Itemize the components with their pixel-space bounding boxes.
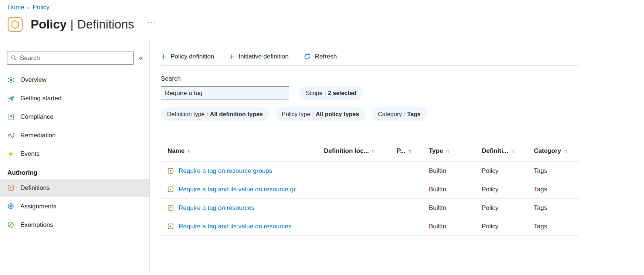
sidebar-item-label: Overview xyxy=(20,76,47,84)
sidebar-item-exemptions[interactable]: Exemptions xyxy=(0,216,149,234)
content-area: « Overview xyxy=(0,41,644,271)
initiative-definition-button[interactable]: + Initiative definition xyxy=(229,53,288,60)
table-row: Require a tag on resources BuiltIn Polic… xyxy=(161,199,579,217)
policy-page-icon xyxy=(7,16,23,33)
breadcrumb-separator-icon: › xyxy=(27,4,29,11)
events-icon xyxy=(7,150,15,158)
sort-icon: ↑↓ xyxy=(372,148,374,154)
cell-definition-type: Policy xyxy=(482,167,534,175)
sidebar-search-input[interactable] xyxy=(7,51,134,65)
cell-category: Tags xyxy=(534,186,579,193)
sidebar-item-getting-started[interactable]: Getting started xyxy=(0,89,149,108)
sidebar-item-label: Remediation xyxy=(20,132,55,139)
sidebar-section-authoring: Authoring xyxy=(0,163,149,179)
column-header-label: Name xyxy=(167,147,184,155)
plus-icon: + xyxy=(229,53,234,60)
cell-definition-type: Policy xyxy=(482,204,534,212)
scope-filter-pill[interactable]: Scope : 2 selected xyxy=(299,86,363,100)
cell-type: BuiltIn xyxy=(429,186,482,193)
column-header-policies[interactable]: P... ↑↓ xyxy=(397,147,429,155)
sidebar-item-label: Getting started xyxy=(20,95,62,102)
exemptions-icon xyxy=(7,221,15,229)
column-header-label: Category xyxy=(534,147,561,155)
policy-definition-link[interactable]: Require a tag on resource groups xyxy=(179,167,272,175)
column-header-category[interactable]: Category ↑↓ xyxy=(534,147,579,155)
page-header: Policy|Definitions ··· xyxy=(0,16,644,33)
cell-name: Require a tag on resource groups xyxy=(161,167,324,175)
policy-definition-link[interactable]: Require a tag and its value on resource … xyxy=(179,186,296,193)
policy-definition-link[interactable]: Require a tag on resources xyxy=(179,204,254,212)
policy-definition-icon xyxy=(167,223,174,229)
cell-type: BuiltIn xyxy=(429,167,482,175)
sidebar-item-definitions[interactable]: Definitions xyxy=(0,179,149,197)
toolbar-divider xyxy=(161,65,579,66)
policy-definition-icon xyxy=(167,186,174,192)
sort-icon: ↑↓ xyxy=(187,148,190,154)
toolbar-button-label: Refresh xyxy=(315,53,337,60)
cell-type: BuiltIn xyxy=(429,223,482,230)
category-filter-pill[interactable]: Category : Tags xyxy=(372,107,427,121)
command-bar: + Policy definition + Initiative definit… xyxy=(161,48,579,65)
table-row: Require a tag and its value on resources… xyxy=(161,217,579,236)
pill-name: Category xyxy=(378,111,402,118)
breadcrumb-policy-link[interactable]: Policy xyxy=(33,4,49,11)
breadcrumb: Home › Policy xyxy=(0,0,644,11)
refresh-icon xyxy=(304,53,311,60)
sidebar-item-label: Events xyxy=(20,150,40,158)
overview-icon xyxy=(7,76,15,84)
cell-definition-type: Policy xyxy=(482,223,534,230)
definition-type-filter-pill[interactable]: Definition type : All definition types xyxy=(161,107,269,121)
sidebar-item-assignments[interactable]: Assignments xyxy=(0,197,149,216)
breadcrumb-home-link[interactable]: Home xyxy=(7,4,24,11)
policy-type-filter-pill[interactable]: Policy type : All policy types xyxy=(275,107,365,121)
sidebar-item-events[interactable]: Events xyxy=(0,145,149,163)
pill-value: All definition types xyxy=(210,111,263,118)
more-options-button[interactable]: ··· xyxy=(148,19,156,26)
sidebar-search xyxy=(7,51,134,65)
sidebar-collapse-button[interactable]: « xyxy=(139,54,145,62)
policy-definition-link[interactable]: Require a tag and its value on resources xyxy=(179,223,291,230)
cell-category: Tags xyxy=(534,204,579,212)
search-label: Search xyxy=(161,75,579,83)
cell-category: Tags xyxy=(534,167,579,175)
pill-value: Tags xyxy=(407,111,421,118)
page-title-secondary: Definitions xyxy=(77,17,134,31)
policy-definition-icon xyxy=(167,168,174,174)
column-header-definition-type[interactable]: Definiti... ↑↓ xyxy=(482,147,534,155)
column-header-label: P... xyxy=(397,147,405,155)
sidebar-item-overview[interactable]: Overview xyxy=(0,71,149,89)
remediation-icon xyxy=(7,132,15,139)
definitions-table: Name ↑↓ Definition loc... ↑↓ P... ↑↓ Typ… xyxy=(161,140,579,236)
pill-separator: : xyxy=(206,111,208,118)
assignments-icon xyxy=(7,203,15,210)
cell-definition-type: Policy xyxy=(482,186,534,193)
policy-definition-button[interactable]: + Policy definition xyxy=(161,53,214,60)
cell-name: Require a tag and its value on resources xyxy=(161,223,324,230)
column-header-name[interactable]: Name ↑↓ xyxy=(161,147,324,155)
table-row: Require a tag and its value on resource … xyxy=(161,180,579,199)
toolbar-button-label: Initiative definition xyxy=(239,53,289,60)
table-header-row: Name ↑↓ Definition loc... ↑↓ P... ↑↓ Typ… xyxy=(161,140,579,162)
cell-category: Tags xyxy=(534,223,579,230)
pill-separator: : xyxy=(312,111,313,118)
pill-separator: : xyxy=(404,111,405,118)
pill-name: Policy type xyxy=(282,111,310,118)
sidebar-item-remediation[interactable]: Remediation xyxy=(0,126,149,145)
sidebar-item-compliance[interactable]: Compliance xyxy=(0,108,149,126)
column-header-definition-location[interactable]: Definition loc... ↑↓ xyxy=(324,147,397,155)
column-header-type[interactable]: Type ↑↓ xyxy=(429,147,482,155)
pill-value: 2 selected xyxy=(328,90,356,97)
column-header-label: Type xyxy=(429,147,443,155)
compliance-icon xyxy=(7,113,15,121)
definition-search-input[interactable] xyxy=(161,86,289,100)
definitions-icon xyxy=(7,184,15,192)
page-title: Policy|Definitions xyxy=(31,17,134,31)
toolbar-button-label: Policy definition xyxy=(170,53,214,60)
pill-separator: : xyxy=(324,90,326,97)
refresh-button[interactable]: Refresh xyxy=(304,53,337,60)
cell-name: Require a tag and its value on resource … xyxy=(161,186,324,193)
pill-value: All policy types xyxy=(316,111,359,118)
table-row: Require a tag on resource groups BuiltIn… xyxy=(161,162,579,180)
sort-icon: ↑↓ xyxy=(408,148,411,154)
pill-name: Definition type xyxy=(167,111,204,118)
